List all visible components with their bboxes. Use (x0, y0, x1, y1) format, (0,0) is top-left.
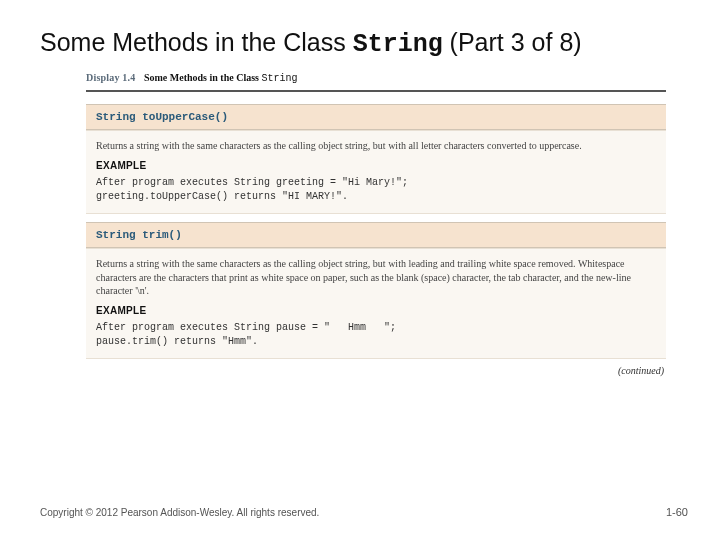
example-label: EXAMPLE (96, 159, 656, 173)
method-signature: String toUpperCase() (86, 104, 666, 130)
continued-label: (continued) (86, 365, 666, 376)
method-description: Returns a string with the same character… (96, 139, 656, 153)
title-classname: String (353, 30, 443, 59)
method-description: Returns a string with the same character… (96, 257, 656, 298)
example-code-line: After program executes String greeting =… (96, 176, 656, 190)
title-suffix: (Part 3 of 8) (443, 28, 582, 56)
example-code-line: pause.trim() returns "Hmm". (96, 335, 656, 349)
display-title: Some Methods in the Class String (144, 72, 298, 83)
example-label: EXAMPLE (96, 304, 656, 318)
page-number: 1-60 (666, 506, 688, 518)
figure-body: Display 1.4 Some Methods in the Class St… (86, 72, 666, 376)
copyright: Copyright © 2012 Pearson Addison-Wesley.… (40, 507, 319, 518)
method-body: Returns a string with the same character… (86, 130, 666, 214)
method-body: Returns a string with the same character… (86, 248, 666, 359)
example-code-line: greeting.toUpperCase() returns "HI MARY!… (96, 190, 656, 204)
display-title-mono: String (261, 73, 297, 84)
page-title: Some Methods in the Class String (Part 3… (40, 28, 700, 59)
display-label: Display 1.4 (86, 72, 135, 83)
display-title-prefix: Some Methods in the Class (144, 72, 262, 83)
slide: Some Methods in the Class String (Part 3… (0, 0, 720, 540)
header-rule (86, 90, 666, 92)
figure-header: Display 1.4 Some Methods in the Class St… (86, 72, 666, 88)
method-signature: String trim() (86, 222, 666, 248)
title-prefix: Some Methods in the Class (40, 28, 353, 56)
example-code-line: After program executes String pause = " … (96, 321, 656, 335)
